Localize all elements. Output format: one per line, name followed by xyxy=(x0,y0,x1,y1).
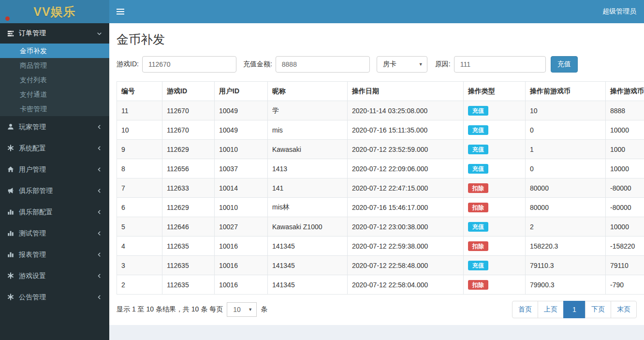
table-cell: -790 xyxy=(606,275,644,295)
sidebar-item[interactable]: 系统配置 xyxy=(0,137,109,159)
table-header-row: 编号游戏ID用户ID昵称操作日期操作类型操作前游戏币操作游戏币 xyxy=(117,82,644,101)
sidebar-item[interactable]: 游戏设置 xyxy=(0,265,109,286)
op-type-badge: 充值 xyxy=(468,125,488,135)
table-cell: 10 xyxy=(526,101,606,120)
table-cell: 79110.3 xyxy=(526,256,606,275)
type-select[interactable]: 房卡 ▼ xyxy=(377,56,427,73)
sidebar-item-label: 报表管理 xyxy=(19,250,46,259)
game-id-input[interactable] xyxy=(142,56,236,73)
column-header: 操作日期 xyxy=(348,82,464,101)
sidebar-item-label: 系统配置 xyxy=(19,144,46,152)
submenu-item[interactable]: 卡密管理 xyxy=(0,102,109,116)
sidebar-item-label: 测试管理 xyxy=(19,229,46,237)
op-type-badge: 充值 xyxy=(468,145,488,154)
sidebar-item-label: 俱乐部配置 xyxy=(19,207,53,216)
recharge-button[interactable]: 充值 xyxy=(551,56,578,73)
sidebar-item[interactable]: 用户管理 xyxy=(0,159,109,180)
sidebar-item[interactable]: 报表管理 xyxy=(0,244,109,265)
hamburger-menu-icon[interactable] xyxy=(109,0,132,23)
table-cell: 112633 xyxy=(162,178,215,198)
table-cell: 扣除 xyxy=(464,178,526,198)
page-button[interactable]: 首页 xyxy=(512,301,538,318)
home-icon xyxy=(7,166,19,173)
table-cell: 112635 xyxy=(162,237,215,256)
table-cell: 10010 xyxy=(215,140,268,159)
caret-down-icon: ▼ xyxy=(248,307,252,312)
submenu-item[interactable]: 支付列表 xyxy=(0,73,109,87)
table-cell: 2020-07-12 22:47:15.000 xyxy=(348,178,464,198)
page-button[interactable]: 下页 xyxy=(585,301,611,318)
op-type-badge: 扣除 xyxy=(468,241,488,251)
asterisk-icon xyxy=(7,272,19,279)
table-row: 3112635100161413452020-07-12 22:58:48.00… xyxy=(117,256,644,275)
table-cell: 充值 xyxy=(464,101,526,120)
reason-input[interactable] xyxy=(454,56,546,73)
sidebar-item[interactable]: 公告管理 xyxy=(0,286,109,308)
table-cell: 2020-07-12 23:00:38.000 xyxy=(348,217,464,237)
asterisk-icon xyxy=(7,145,19,151)
table-cell: 10000 xyxy=(606,120,644,140)
table-cell: -80000 xyxy=(606,198,644,217)
table-cell: 112670 xyxy=(162,120,215,140)
top-navbar: 超级管理员 xyxy=(109,0,644,23)
page-button[interactable]: 1 xyxy=(563,301,585,318)
sidebar-item[interactable]: 俱乐部配置 xyxy=(0,201,109,222)
sidebar-item-label: 订单管理 xyxy=(19,29,46,38)
submenu-item[interactable]: 支付通道 xyxy=(0,87,109,102)
table-row: 7112633100141412020-07-12 22:47:15.000扣除… xyxy=(117,178,644,198)
table-cell: 112629 xyxy=(162,140,215,159)
table-footer: 显示 1 至 10 条结果，共 10 条 每页 10 ▼ 条 首页上页1下页末页 xyxy=(117,301,637,318)
sidebar-item[interactable]: 测试管理 xyxy=(0,222,109,244)
table-cell: 112635 xyxy=(162,275,215,295)
table-cell: 9 xyxy=(117,140,162,159)
admin-user-label[interactable]: 超级管理员 xyxy=(595,7,644,16)
sidebar-submenu: 金币补发商品管理支付列表支付通道卡密管理 xyxy=(0,44,109,116)
table-cell: 扣除 xyxy=(464,237,526,256)
chevron-left-icon xyxy=(97,295,102,300)
sidebar-item[interactable]: 玩家管理 xyxy=(0,116,109,137)
table-cell: 0 xyxy=(526,159,606,178)
table-cell: 11 xyxy=(117,101,162,120)
table-cell: 10014 xyxy=(215,178,268,198)
column-header: 游戏ID xyxy=(162,82,215,101)
table-cell: 2020-07-12 22:58:04.000 xyxy=(348,275,464,295)
app-logo[interactable]: VV娱乐 xyxy=(0,0,109,23)
app-logo-text: VV娱乐 xyxy=(33,4,75,20)
table-cell: 10000 xyxy=(606,217,644,237)
submenu-item[interactable]: 商品管理 xyxy=(0,58,109,73)
chevron-left-icon xyxy=(97,146,102,151)
records-table: 编号游戏ID用户ID昵称操作日期操作类型操作前游戏币操作游戏币 11112670… xyxy=(117,81,644,295)
page-button[interactable]: 末页 xyxy=(611,301,637,318)
table-body: 1111267010049学2020-11-14 03:25:08.000充值1… xyxy=(117,101,644,295)
bar-chart-icon xyxy=(7,230,19,237)
table-cell: 10049 xyxy=(215,101,268,120)
bar-chart-icon xyxy=(7,251,19,258)
asterisk-icon xyxy=(7,294,19,300)
op-type-badge: 扣除 xyxy=(468,183,488,193)
submenu-item[interactable]: 金币补发 xyxy=(0,44,109,58)
op-type-badge: 扣除 xyxy=(468,280,488,290)
table-cell: 10016 xyxy=(215,275,268,295)
table-cell: mis xyxy=(268,120,348,140)
sidebar-item[interactable]: 俱乐部管理 xyxy=(0,180,109,201)
table-cell: 充值 xyxy=(464,159,526,178)
page-button[interactable]: 上页 xyxy=(538,301,564,318)
table-cell: 1000 xyxy=(606,140,644,159)
table-cell: 扣除 xyxy=(464,198,526,217)
table-cell: 2020-07-16 15:11:35.000 xyxy=(348,120,464,140)
table-cell: 10016 xyxy=(215,256,268,275)
table-cell: 6 xyxy=(117,198,162,217)
op-type-badge: 充值 xyxy=(468,222,488,232)
table-cell: 80000 xyxy=(526,178,606,198)
sidebar-item[interactable]: 订单管理 xyxy=(0,23,109,44)
game-id-label: 游戏ID: xyxy=(117,60,139,69)
table-cell: 158220.3 xyxy=(526,237,606,256)
chevron-left-icon xyxy=(97,231,102,236)
column-header: 昵称 xyxy=(268,82,348,101)
table-cell: 79900.3 xyxy=(526,275,606,295)
table-cell: 2020-11-14 03:25:08.000 xyxy=(348,101,464,120)
sidebar-item-label: 俱乐部管理 xyxy=(19,186,53,195)
amount-input[interactable] xyxy=(276,56,370,73)
page-size-select[interactable]: 10 ▼ xyxy=(227,302,257,317)
recharge-form: 游戏ID: 充值金额: 房卡 ▼ 原因: 充值 xyxy=(117,56,637,73)
